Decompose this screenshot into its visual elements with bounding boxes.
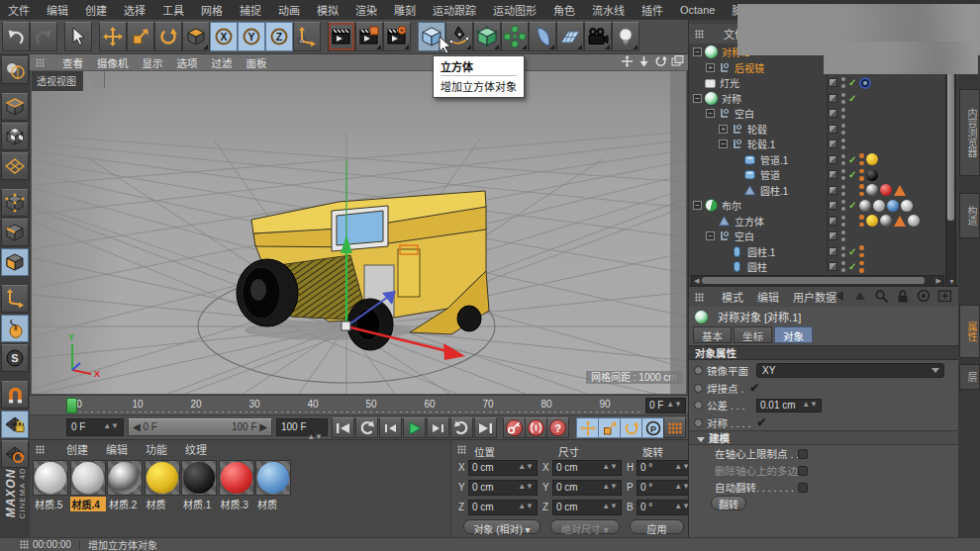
rotate-button[interactable] — [154, 22, 182, 51]
layer-toggle-icon[interactable] — [829, 78, 837, 87]
lock-icon[interactable] — [896, 289, 910, 306]
material-thumbnail[interactable]: 材质.2 — [107, 460, 143, 508]
lock-workplane-button[interactable] — [1, 411, 29, 438]
checkbox[interactable] — [798, 449, 808, 459]
material-tag-icon[interactable] — [887, 200, 899, 212]
object-tree-row[interactable]: 圆柱✓ — [689, 259, 944, 274]
play-forwards-button[interactable] — [450, 417, 473, 438]
material-thumbnail[interactable]: 材质.3 — [219, 460, 254, 508]
menu-动画[interactable]: 动画 — [278, 2, 300, 18]
visibility-dots-icon[interactable] — [841, 154, 845, 165]
menu-编辑[interactable]: 编辑 — [47, 2, 68, 18]
render-view-button[interactable] — [328, 22, 355, 51]
play-backwards-button[interactable] — [355, 417, 378, 438]
attribute-menu-编辑[interactable]: 编辑 — [757, 289, 779, 305]
target-tag-icon[interactable] — [859, 77, 871, 89]
visibility-dots-icon[interactable] — [841, 93, 845, 104]
coord-value-input[interactable]: 0 °▲▼ — [637, 460, 694, 476]
timeline-ruler[interactable]: 0102030405060708090100 0 F▲▼ — [30, 395, 688, 414]
tab-基本[interactable]: 基本 — [693, 326, 732, 343]
visibility-dots-icon[interactable] — [841, 216, 845, 227]
menu-网格[interactable]: 网格 — [201, 2, 223, 18]
layer-toggle-icon[interactable] — [829, 186, 837, 195]
layer-toggle-icon[interactable] — [829, 201, 837, 210]
add-light-button[interactable] — [612, 22, 639, 51]
viewport-menu-过滤[interactable]: 过滤 — [212, 55, 233, 70]
selection-tag-icon[interactable] — [859, 153, 864, 165]
layer-toggle-icon[interactable] — [829, 109, 837, 118]
goto-end-button[interactable] — [474, 417, 497, 438]
enabled-check-icon[interactable]: ✓ — [848, 154, 856, 165]
record-rotation-toggle[interactable] — [620, 417, 642, 438]
viewport-name-label[interactable]: 透视视图 — [32, 71, 83, 91]
coord-value-input[interactable]: 0 cm▲▼ — [468, 460, 538, 476]
previous-frame-button[interactable] — [379, 417, 402, 438]
menu-Octane[interactable]: Octane — [680, 4, 715, 16]
frame-counter-spinner[interactable]: 0 F▲▼ — [645, 398, 686, 413]
object-tree-row[interactable]: 灯光✓ — [689, 75, 944, 91]
menu-选择[interactable]: 选择 — [124, 2, 146, 18]
lock-y-button[interactable]: Y — [238, 22, 265, 51]
target-icon[interactable] — [917, 289, 931, 305]
symmetry-checkbox[interactable]: ✔ — [756, 415, 766, 429]
collapse-icon[interactable]: − — [706, 231, 715, 240]
lock-z-button[interactable]: Z — [265, 22, 293, 51]
material-tag-icon[interactable] — [866, 184, 878, 196]
search-icon[interactable] — [874, 289, 889, 306]
material-thumbnail[interactable]: 材质 — [255, 460, 291, 508]
record-dot-icon[interactable] — [694, 401, 703, 410]
live-selection-button[interactable] — [64, 22, 92, 51]
menu-角色[interactable]: 角色 — [553, 2, 575, 18]
edges-mode-button[interactable] — [1, 219, 29, 246]
menu-模拟[interactable]: 模拟 — [317, 2, 339, 18]
selection-tag-icon[interactable] — [859, 245, 864, 257]
zoom-view-icon[interactable] — [637, 55, 650, 69]
layer-toggle-icon[interactable] — [829, 231, 837, 240]
enabled-check-icon[interactable]: ✓ — [848, 200, 856, 211]
visibility-dots-icon[interactable] — [841, 200, 845, 211]
material-menu-创建[interactable]: 创建 — [66, 441, 88, 457]
undo-button[interactable] — [2, 22, 30, 51]
render-picture-viewer-button[interactable] — [355, 22, 383, 51]
modeling-section-header[interactable]: 建模 — [689, 430, 958, 445]
add-generator-button[interactable] — [473, 22, 501, 51]
object-tree-row[interactable]: −布尔✓ — [689, 198, 944, 214]
maximize-view-icon[interactable] — [671, 55, 684, 69]
selection-tag-icon[interactable] — [859, 261, 864, 273]
enabled-check-icon[interactable]: ✓ — [848, 169, 856, 180]
record-position-toggle[interactable] — [576, 417, 599, 438]
layer-toggle-icon[interactable] — [829, 170, 837, 179]
polygons-mode-button[interactable] — [1, 248, 29, 276]
menu-插件[interactable]: 插件 — [641, 2, 663, 18]
material-tag-icon[interactable] — [901, 200, 913, 212]
object-tree-row[interactable]: 管道.1✓ — [689, 152, 944, 168]
panel-grip-icon[interactable] — [695, 30, 704, 39]
add-deformer-button[interactable] — [529, 22, 556, 51]
keyframe-selection-button[interactable]: ? — [546, 417, 569, 438]
scale-button[interactable] — [127, 22, 154, 51]
object-tree-row[interactable]: 圆柱.1 — [689, 183, 944, 199]
menu-流水线[interactable]: 流水线 — [592, 2, 625, 18]
panel-grip-icon[interactable] — [457, 445, 466, 454]
viewport-menu-摄像机[interactable]: 摄像机 — [97, 55, 129, 70]
menu-运动跟踪[interactable]: 运动跟踪 — [433, 2, 476, 18]
viewport-menu-面板[interactable]: 面板 — [246, 55, 267, 70]
render-settings-button[interactable] — [383, 22, 411, 51]
viewport-solo-button[interactable] — [1, 315, 29, 342]
apply-button[interactable]: 应用 — [630, 519, 684, 534]
panel-grip-icon[interactable] — [695, 293, 704, 302]
coord-mode-dropdown[interactable]: 对象 (相对) ▾ — [463, 519, 540, 534]
record-pla-toggle[interactable] — [663, 417, 686, 438]
current-frame-spinner[interactable]: 0 F▲▼ — [66, 418, 124, 436]
menu-渲染[interactable]: 渲染 — [355, 2, 377, 18]
collapse-icon[interactable]: − — [693, 47, 702, 56]
selection-tag-icon[interactable] — [859, 169, 864, 181]
coord-value-input[interactable]: 0 cm▲▼ — [468, 480, 538, 496]
history-back-icon[interactable] — [833, 289, 846, 305]
preview-range-slider[interactable]: ◀ 0 F 100 F ▶ — [128, 418, 272, 436]
material-menu-纹理[interactable]: 纹理 — [185, 441, 207, 457]
enabled-check-icon[interactable]: ✓ — [848, 77, 856, 88]
material-thumbnail[interactable]: 材质 — [145, 460, 180, 508]
phong-tag-icon[interactable] — [894, 216, 906, 227]
material-menu-功能[interactable]: 功能 — [146, 441, 167, 457]
